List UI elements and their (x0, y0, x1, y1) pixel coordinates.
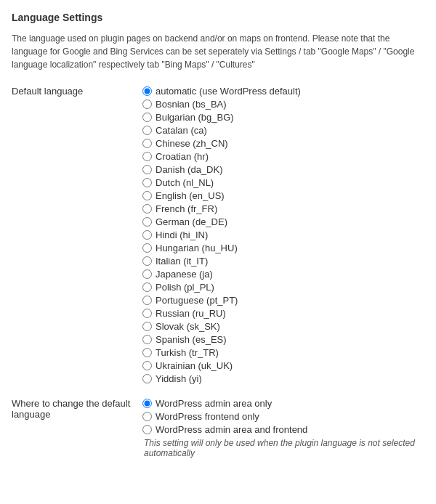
default-lang-option-bg_BG: Bulgarian (bg_BG) (142, 112, 424, 123)
section-title: Language Settings (12, 12, 424, 23)
where-change-radio-frontend_only[interactable] (142, 412, 152, 421)
default-lang-label-tr_TR: Turkish (tr_TR) (156, 347, 219, 358)
default-lang-label-ru_RU: Russian (ru_RU) (156, 308, 226, 319)
default-lang-radio-hu_HU[interactable] (142, 243, 152, 253)
default-lang-radio-it_IT[interactable] (142, 256, 152, 266)
where-to-change-label: Where to change the default language (12, 389, 142, 461)
default-lang-radio-de_DE[interactable] (142, 217, 152, 227)
default-lang-option-de_DE: German (de_DE) (142, 216, 424, 227)
where-change-note: This setting will only be used when the … (142, 438, 424, 458)
default-lang-label-bs_BA: Bosnian (bs_BA) (156, 99, 227, 110)
default-lang-label-pl_PL: Polish (pl_PL) (156, 282, 214, 293)
default-lang-option-pl_PL: Polish (pl_PL) (142, 282, 424, 293)
default-lang-label-yi: Yiddish (yi) (156, 373, 202, 384)
default-lang-label-pt_PT: Portuguese (pt_PT) (156, 295, 238, 306)
default-lang-label-de_DE: German (de_DE) (156, 216, 227, 227)
default-lang-radio-ja[interactable] (142, 269, 152, 279)
default-lang-option-da_DK: Danish (da_DK) (142, 164, 424, 175)
default-lang-radio-pt_PT[interactable] (142, 296, 152, 305)
default-lang-option-ru_RU: Russian (ru_RU) (142, 308, 424, 319)
default-lang-option-hu_HU: Hungarian (hu_HU) (142, 243, 424, 253)
default-lang-radio-da_DK[interactable] (142, 165, 152, 174)
default-lang-option-es_ES: Spanish (es_ES) (142, 334, 424, 345)
where-change-label-frontend_only: WordPress frontend only (156, 411, 259, 422)
default-lang-label-da_DK: Danish (da_DK) (156, 164, 223, 175)
where-change-option-frontend_only: WordPress frontend only (142, 411, 424, 422)
default-lang-label-hu_HU: Hungarian (hu_HU) (156, 243, 238, 253)
default-lang-option-it_IT: Italian (it_IT) (142, 256, 424, 267)
default-lang-option-hr: Croatian (hr) (142, 151, 424, 162)
default-lang-label-hi_IN: Hindi (hi_IN) (156, 229, 208, 240)
default-lang-option-sk_SK: Slovak (sk_SK) (142, 321, 424, 332)
default-lang-option-bs_BA: Bosnian (bs_BA) (142, 99, 424, 110)
default-lang-radio-zh_CN[interactable] (142, 139, 152, 148)
default-lang-label-bg_BG: Bulgarian (bg_BG) (156, 112, 234, 123)
where-change-option-both: WordPress admin area and frontend (142, 424, 424, 435)
default-lang-label-ca: Catalan (ca) (156, 125, 207, 136)
default-language-options: automatic (use WordPress default)Bosnian… (142, 83, 424, 389)
default-lang-radio-fr_FR[interactable] (142, 204, 152, 214)
default-lang-option-hi_IN: Hindi (hi_IN) (142, 229, 424, 240)
default-lang-radio-pl_PL[interactable] (142, 283, 152, 292)
default-lang-radio-ru_RU[interactable] (142, 309, 152, 318)
default-lang-radio-nl_NL[interactable] (142, 178, 152, 187)
default-lang-label-hr: Croatian (hr) (156, 151, 209, 162)
default-lang-option-automatic: automatic (use WordPress default) (142, 86, 424, 97)
where-to-change-options: WordPress admin area onlyWordPress front… (142, 389, 424, 461)
default-lang-label-uk_UK: Ukrainian (uk_UK) (156, 360, 233, 371)
default-lang-option-yi: Yiddish (yi) (142, 373, 424, 384)
where-change-label-both: WordPress admin area and frontend (156, 424, 307, 435)
language-settings-section: Language Settings The language used on p… (12, 12, 424, 461)
default-lang-radio-sk_SK[interactable] (142, 322, 152, 331)
default-lang-radio-bs_BA[interactable] (142, 99, 152, 109)
where-change-radio-admin_only[interactable] (142, 399, 152, 408)
default-lang-radio-hi_IN[interactable] (142, 230, 152, 240)
default-lang-option-ja: Japanese (ja) (142, 269, 424, 280)
default-lang-label-en_US: English (en_US) (156, 190, 225, 201)
default-lang-radio-es_ES[interactable] (142, 335, 152, 344)
default-lang-option-uk_UK: Ukrainian (uk_UK) (142, 360, 424, 371)
default-lang-label-fr_FR: French (fr_FR) (156, 203, 217, 214)
default-lang-label-es_ES: Spanish (es_ES) (156, 334, 227, 345)
default-lang-radio-uk_UK[interactable] (142, 361, 152, 370)
default-lang-option-pt_PT: Portuguese (pt_PT) (142, 295, 424, 306)
default-lang-option-fr_FR: French (fr_FR) (142, 203, 424, 214)
default-lang-radio-tr_TR[interactable] (142, 348, 152, 357)
where-to-change-row: Where to change the default language Wor… (12, 389, 424, 461)
default-lang-radio-en_US[interactable] (142, 191, 152, 200)
default-lang-option-zh_CN: Chinese (zh_CN) (142, 138, 424, 149)
default-lang-option-tr_TR: Turkish (tr_TR) (142, 347, 424, 358)
default-lang-option-nl_NL: Dutch (nl_NL) (142, 177, 424, 188)
default-lang-label-ja: Japanese (ja) (156, 269, 213, 280)
default-lang-option-ca: Catalan (ca) (142, 125, 424, 136)
default-lang-radio-yi[interactable] (142, 374, 152, 383)
default-lang-radio-ca[interactable] (142, 126, 152, 135)
where-change-option-admin_only: WordPress admin area only (142, 398, 424, 409)
default-lang-label-nl_NL: Dutch (nl_NL) (156, 177, 214, 188)
default-lang-option-en_US: English (en_US) (142, 190, 424, 201)
default-lang-radio-bg_BG[interactable] (142, 113, 152, 122)
default-lang-label-automatic: automatic (use WordPress default) (156, 86, 301, 97)
default-lang-label-sk_SK: Slovak (sk_SK) (156, 321, 220, 332)
default-lang-radio-hr[interactable] (142, 152, 152, 161)
default-lang-radio-automatic[interactable] (142, 86, 152, 96)
default-lang-label-it_IT: Italian (it_IT) (156, 256, 208, 267)
where-change-label-admin_only: WordPress admin area only (156, 398, 272, 409)
default-language-row: Default language automatic (use WordPres… (12, 83, 424, 389)
where-change-radio-both[interactable] (142, 425, 152, 434)
settings-table: Default language automatic (use WordPres… (12, 83, 424, 461)
section-description: The language used on plugin pages on bac… (12, 32, 424, 71)
default-language-label: Default language (12, 83, 142, 389)
default-lang-label-zh_CN: Chinese (zh_CN) (156, 138, 228, 149)
